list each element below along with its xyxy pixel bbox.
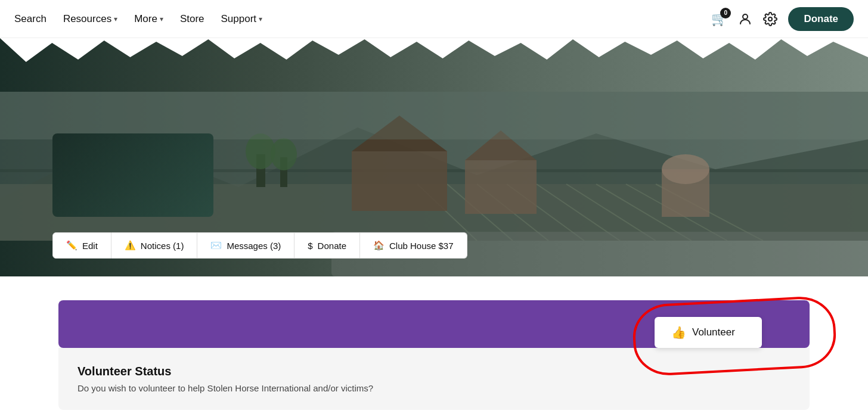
cart-button[interactable]: 🛒 0 [711,11,727,27]
donate-nav-button[interactable]: Donate [788,7,854,31]
volunteer-badge-label: Volunteer [692,326,735,338]
gear-icon [763,12,777,26]
action-buttons-row: ✏️ Edit ⚠️ Notices (1) ✉️ Messages (3) $… [52,232,467,259]
volunteer-badge[interactable]: 👍 Volunteer [655,317,762,348]
chevron-down-icon: ▾ [114,15,117,23]
card-wrapper: 👍 Volunteer Volunteer Status Do you wish… [14,300,854,410]
profile-card [52,133,213,217]
svg-point-20 [662,154,709,184]
svg-point-24 [271,138,297,170]
navbar: Search Resources ▾ More ▾ Store Support … [0,0,868,38]
chevron-down-icon: ▾ [259,15,262,23]
chevron-down-icon: ▾ [160,15,163,23]
notices-button[interactable]: ⚠️ Notices (1) [111,232,198,259]
edit-button[interactable]: ✏️ Edit [52,232,111,259]
dollar-icon: $ [308,241,312,251]
purple-card: 👍 Volunteer [58,300,810,348]
warning-icon: ⚠️ [125,240,136,251]
nav-item-store[interactable]: Store [180,13,204,25]
nav-left: Search Resources ▾ More ▾ Store Support … [14,13,711,25]
pencil-icon: ✏️ [66,240,78,251]
content-area: 👍 Volunteer Volunteer Status Do you wish… [0,276,868,420]
svg-rect-25 [0,92,868,139]
thumbs-up-icon: 👍 [671,325,686,340]
donate-hero-button[interactable]: $ Donate [294,232,360,259]
nav-item-search[interactable]: Search [14,13,46,25]
volunteer-status-desc: Do you wish to volunteer to help Stolen … [78,383,790,393]
nav-item-support[interactable]: Support ▾ [221,13,263,25]
cart-badge: 0 [720,8,731,18]
envelope-icon: ✉️ [210,240,222,251]
svg-rect-17 [465,160,537,214]
user-icon [738,12,752,26]
clubhouse-button[interactable]: 🏠 Club House $37 [360,232,467,259]
account-button[interactable] [738,12,752,26]
hero-section: ✏️ Edit ⚠️ Notices (1) ✉️ Messages (3) $… [0,38,868,276]
nav-right: 🛒 0 Donate [711,7,854,31]
volunteer-status-section: Volunteer Status Do you wish to voluntee… [58,348,810,410]
house-icon: 🏠 [373,240,385,251]
volunteer-status-title: Volunteer Status [78,365,790,378]
volunteer-badge-container: 👍 Volunteer [655,317,762,348]
nav-item-more[interactable]: More ▾ [134,13,163,25]
svg-rect-15 [352,151,447,211]
nav-item-resources[interactable]: Resources ▾ [63,13,117,25]
messages-button[interactable]: ✉️ Messages (3) [197,232,294,259]
settings-button[interactable] [763,12,777,26]
svg-point-0 [743,14,748,19]
svg-point-1 [768,17,772,21]
